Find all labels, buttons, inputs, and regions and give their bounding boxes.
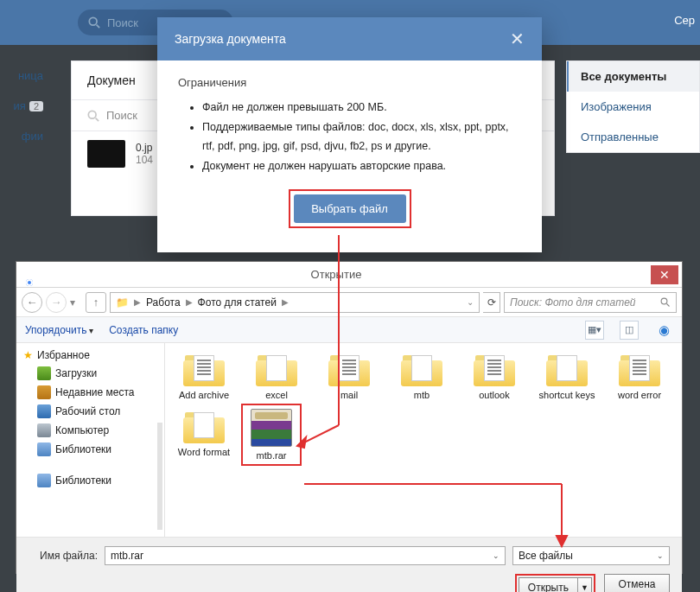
dialog-footer: Имя файла: mtb.rar⌄ Все файлы⌄ Открыть▼ … (16, 537, 682, 592)
search-placeholder: Поиск (107, 16, 138, 29)
view-mode-button[interactable]: ▦▾ (585, 321, 604, 340)
search-icon (88, 16, 100, 29)
filename-label: Имя файла: (29, 550, 98, 562)
nav-back-button[interactable]: ← (22, 292, 42, 313)
nav-badge: 2 (29, 101, 43, 111)
nav-item[interactable]: ница (0, 69, 52, 82)
dialog-search-input[interactable]: Поиск: Фото для статей (504, 292, 677, 313)
vk-user-name[interactable]: Сер (674, 14, 695, 27)
help-button[interactable]: ◉ (654, 321, 673, 340)
nav-item[interactable]: ия2 (0, 99, 52, 112)
folder-icon: 📁 (116, 296, 129, 309)
dialog-nav-bar: ← → ▾ ↑ 📁 ▶ Работа ▶ Фото для статей ▶ ⌄… (16, 288, 682, 317)
rar-icon (251, 409, 292, 447)
file-open-dialog: Открытие ✕ ← → ▾ ↑ 📁 ▶ Работа ▶ Фото для… (16, 261, 683, 574)
nav-up-button[interactable]: ↑ (86, 292, 106, 313)
dialog-toolbar: Упорядочить Создать папку ▦▾ ◫ ◉ (16, 317, 682, 343)
nav-images[interactable]: Изображения (567, 92, 699, 122)
open-dropdown-icon[interactable]: ▼ (577, 578, 591, 592)
tree-libraries[interactable]: Библиотеки (16, 440, 164, 459)
open-button-highlight: Открыть▼ (515, 574, 595, 592)
vk-right-nav: Все документы Изображения Отправленные (566, 60, 700, 153)
open-button[interactable]: Открыть▼ (519, 577, 592, 592)
choose-file-button[interactable]: Выбрать файл (294, 194, 406, 223)
vk-left-nav: ница ия2 фии (0, 69, 52, 160)
svg-line-3 (96, 118, 99, 121)
folder-item[interactable]: Word format (174, 409, 234, 461)
organize-menu[interactable]: Упорядочить (25, 324, 93, 336)
restriction-item: Поддерживаемые типы файлов: doc, docx, x… (202, 118, 521, 156)
folder-item[interactable]: outlook (464, 352, 525, 400)
upload-document-modal: Загрузка документа ✕ Ограничения Файл не… (157, 17, 542, 252)
modal-header: Загрузка документа ✕ (157, 17, 542, 60)
file-item-selected[interactable]: mtb.rar (241, 404, 302, 466)
cancel-button[interactable]: Отмена (604, 574, 670, 592)
file-list: Add archive excel mail mtb outlook short… (165, 343, 682, 537)
close-icon[interactable]: ✕ (510, 29, 525, 49)
folder-tree: ★Избранное Загрузки Недавние места Рабоч… (16, 343, 165, 537)
tree-favorites[interactable]: ★Избранное (16, 347, 164, 364)
folder-item[interactable]: word error (609, 352, 670, 400)
svg-point-2 (88, 111, 96, 118)
tree-desktop[interactable]: Рабочий стол (16, 402, 164, 421)
folder-item[interactable]: excel (246, 352, 307, 400)
folder-item[interactable]: mail (319, 352, 379, 400)
tree-libraries-section[interactable]: Библиотеки (16, 471, 164, 490)
svg-line-1 (97, 25, 100, 29)
nav-sent[interactable]: Отправленные (567, 122, 699, 152)
dialog-titlebar: Открытие ✕ (16, 262, 682, 288)
restrictions-list: Файл не должен превышать 200 МБ. Поддерж… (202, 98, 521, 175)
path-segment[interactable]: Фото для статей (198, 296, 277, 309)
refresh-button[interactable]: ⟳ (483, 292, 500, 313)
tree-computer[interactable]: Компьютер (16, 421, 164, 440)
window-close-button[interactable]: ✕ (651, 265, 678, 284)
modal-title: Загрузка документа (175, 32, 286, 46)
file-type-filter[interactable]: Все файлы⌄ (512, 546, 670, 565)
folder-item[interactable]: Add archive (174, 352, 234, 400)
restriction-item: Файл не должен превышать 200 МБ. (202, 98, 521, 118)
restriction-item: Документ не должен нарушать авторские пр… (202, 156, 521, 176)
breadcrumb-path[interactable]: 📁 ▶ Работа ▶ Фото для статей ▶ ⌄ (110, 292, 480, 313)
folder-item[interactable]: mtb (391, 352, 452, 400)
chevron-down-icon[interactable]: ⌄ (467, 297, 474, 307)
nav-all-documents[interactable]: Все документы (567, 61, 699, 92)
preview-pane-button[interactable]: ◫ (620, 321, 639, 340)
svg-line-11 (667, 303, 670, 306)
filename-input[interactable]: mtb.rar⌄ (105, 546, 506, 565)
nav-item[interactable]: фии (0, 130, 52, 143)
search-icon (87, 110, 99, 122)
dialog-title: Открытие (22, 268, 651, 281)
file-name: 0.jp (136, 142, 153, 154)
tree-recent[interactable]: Недавние места (16, 383, 164, 402)
file-size: 104 (136, 154, 153, 166)
new-folder-button[interactable]: Создать папку (109, 324, 178, 336)
folder-item[interactable]: shortcut keys (537, 352, 597, 400)
nav-history-dropdown[interactable]: ▾ (70, 296, 82, 309)
choose-file-highlight: Выбрать файл (289, 189, 411, 228)
svg-point-0 (89, 17, 97, 25)
nav-forward-button[interactable]: → (46, 292, 67, 313)
path-segment[interactable]: Работа (146, 296, 181, 309)
restrictions-heading: Ограничения (178, 76, 521, 89)
tree-scrollbar[interactable] (157, 423, 162, 530)
search-icon (660, 297, 671, 308)
file-thumbnail (87, 140, 125, 168)
tree-downloads[interactable]: Загрузки (16, 364, 164, 383)
svg-point-10 (661, 298, 667, 304)
